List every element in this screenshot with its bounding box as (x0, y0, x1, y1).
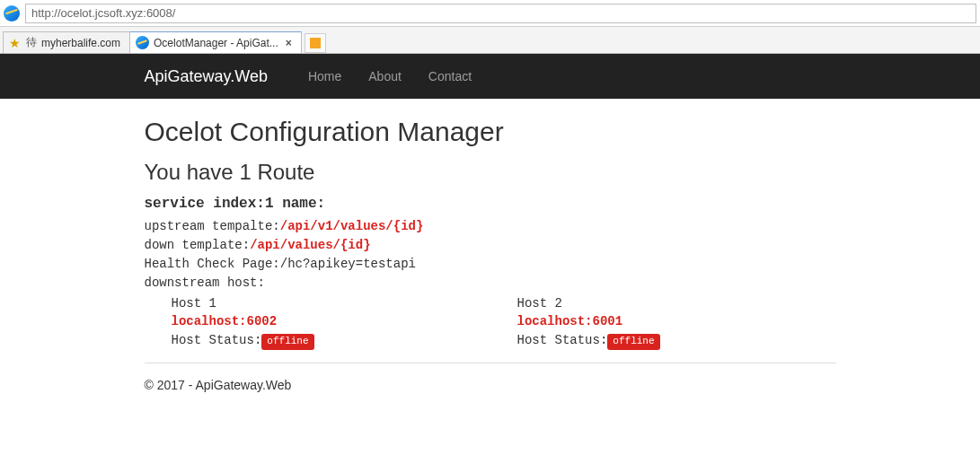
host-card-1: Host 1 localhost:6002 Host Status:offlin… (145, 294, 490, 350)
footer: © 2017 - ApiGateway.Web (145, 378, 836, 392)
route-count: You have 1 Route (145, 160, 836, 185)
main-container: Ocelot Configuration Manager You have 1 … (131, 99, 850, 410)
healthcheck-line: Health Check Page:/hc?apikey=testapi (145, 255, 836, 274)
hosts-row: Host 1 localhost:6002 Host Status:offlin… (145, 294, 836, 350)
nav-link-contact[interactable]: Contact (415, 69, 485, 83)
newtab-icon (310, 38, 321, 48)
ie-icon (4, 5, 20, 22)
downstream-label: down template: (145, 238, 251, 252)
nav-link-about[interactable]: About (355, 69, 415, 83)
host-status-line: Host Status:offline (172, 331, 490, 350)
host-status-label: Host Status: (517, 333, 608, 347)
upstream-label: upstream tempalte: (145, 219, 280, 233)
service-heading: service index:1 name: (145, 196, 836, 212)
tab-label: OcelotManager - ApiGat... (154, 37, 278, 49)
tab-prefix: 待 (26, 35, 37, 50)
host-address: localhost:6001 (517, 312, 836, 330)
host-status-line: Host Status:offline (517, 331, 836, 350)
browser-tabstrip: ★ 待 myherbalife.com OcelotManager - ApiG… (0, 27, 980, 54)
browser-tab-0[interactable]: ★ 待 myherbalife.com (3, 31, 130, 53)
host-title: Host 2 (517, 294, 836, 312)
downstream-host-label: downstream host: (145, 274, 836, 293)
upstream-value: /api/v1/values/{id} (280, 219, 424, 233)
new-tab-button[interactable] (305, 33, 326, 53)
tab-label: myherbalife.com (41, 37, 120, 49)
close-icon[interactable]: × (286, 37, 292, 49)
host-card-2: Host 2 localhost:6001 Host Status:offlin… (490, 294, 836, 350)
page-title: Ocelot Configuration Manager (145, 117, 836, 147)
healthcheck-value: /hc?apikey=testapi (280, 257, 416, 271)
browser-tab-1[interactable]: OcelotManager - ApiGat... × (129, 31, 302, 53)
nav-container: ApiGateway.Web Home About Contact (131, 67, 850, 86)
brand[interactable]: ApiGateway.Web (145, 67, 295, 86)
host-title: Host 1 (172, 294, 490, 312)
footer-divider (145, 363, 836, 363)
host-address: localhost:6002 (172, 312, 490, 330)
host-status-label: Host Status: (172, 333, 262, 347)
status-badge: offline (261, 334, 313, 350)
url-text: http://ocelot.jcsoft.xyz:6008/ (31, 6, 175, 20)
downstream-template-line: down template:/api/values/{id} (145, 236, 836, 255)
favorite-icon: ★ (9, 37, 22, 49)
navbar: ApiGateway.Web Home About Contact (0, 54, 980, 99)
downstream-value: /api/values/{id} (250, 238, 370, 252)
nav-link-home[interactable]: Home (295, 69, 355, 83)
url-input[interactable]: http://ocelot.jcsoft.xyz:6008/ (25, 4, 976, 23)
address-bar: http://ocelot.jcsoft.xyz:6008/ (0, 0, 980, 27)
healthcheck-label: Health Check Page: (145, 257, 280, 271)
ie-icon (136, 36, 149, 49)
upstream-template-line: upstream tempalte:/api/v1/values/{id} (145, 217, 836, 236)
status-badge: offline (607, 334, 659, 350)
